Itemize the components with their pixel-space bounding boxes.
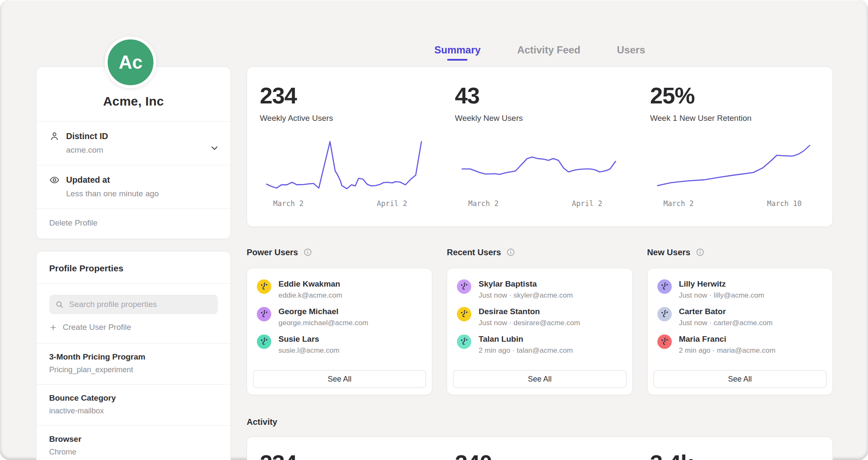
summary-stats-card: 234 Weekly Active Users March 2 April 2 …	[247, 67, 833, 227]
divider	[36, 283, 231, 284]
info-icon[interactable]	[506, 248, 515, 257]
recent-users-card: Skylar Baptista Just now · skyler@acme.c…	[447, 268, 632, 395]
property-label: Bounce Category	[49, 393, 218, 403]
user-row[interactable]: Carter Bator Just now · carter@acme.com	[654, 307, 826, 327]
person-icon	[49, 131, 60, 142]
user-subtext: Just now · lilly@acme.com	[679, 291, 764, 300]
activity-stat-value: 3.4k	[650, 450, 832, 460]
user-name: Talan Lubin	[479, 335, 573, 344]
activity-stat-value: 234	[260, 450, 442, 460]
profile-tabs: Summary Activity Feed Users	[247, 44, 833, 61]
x-axis-tick: March 2	[273, 199, 304, 208]
updated-at-label: Updated at	[66, 175, 110, 185]
stat-label: Weekly New Users	[455, 114, 622, 123]
x-axis-tick: April 2	[377, 199, 407, 208]
user-name: Maria Franci	[679, 335, 776, 344]
user-avatar	[657, 335, 672, 349]
user-row[interactable]: Talan Lubin 2 min ago · talan@acme.com	[453, 335, 626, 355]
delete-profile-button[interactable]: Delete Profile	[36, 209, 231, 239]
property-value: inactive-mailbox	[49, 407, 218, 415]
x-axis-tick: March 10	[767, 199, 802, 208]
tab-users[interactable]: Users	[617, 44, 645, 61]
info-icon[interactable]	[303, 248, 312, 257]
new-users-card: Lilly Herwitz Just now · lilly@acme.com …	[647, 268, 833, 395]
active-tab-underline	[447, 59, 467, 61]
new-users-section: New Users Lilly Herwitz Just now · lilly…	[647, 247, 833, 395]
distinct-id-row[interactable]: Distinct ID acme.com	[36, 121, 231, 165]
chevron-down-icon[interactable]	[209, 143, 220, 153]
user-subtext: susie.l@acme.com	[278, 346, 339, 355]
user-subtext: 2 min ago · maria@acme.com	[679, 346, 776, 355]
week1-retention-chart: March 2 March 10	[650, 135, 817, 210]
user-avatar	[257, 307, 271, 321]
distinct-id-value: acme.com	[66, 145, 218, 155]
search-input[interactable]	[68, 299, 212, 309]
search-icon	[55, 300, 64, 309]
user-avatar	[457, 307, 471, 321]
see-all-button[interactable]: See All	[453, 370, 626, 388]
user-name: Carter Bator	[679, 307, 773, 316]
power-users-section: Power Users Eddie Kwakman eddie.k@acme.c…	[247, 247, 432, 395]
property-row[interactable]: Browser Chrome	[36, 425, 231, 460]
plus-icon	[49, 323, 57, 332]
activity-card: 234 240 3.4k	[247, 437, 833, 460]
create-user-profile-label: Create User Profile	[63, 323, 131, 332]
user-avatar	[457, 335, 471, 349]
see-all-button[interactable]: See All	[253, 370, 426, 388]
property-value: Chrome	[49, 448, 218, 457]
distinct-id-label: Distinct ID	[66, 131, 108, 141]
user-avatar	[657, 307, 672, 321]
see-all-button[interactable]: See All	[654, 370, 826, 388]
user-name: Desirae Stanton	[479, 307, 580, 316]
user-subtext: Just now · desirare@acme.com	[479, 319, 580, 327]
user-row[interactable]: Eddie Kwakman eddie.k@acme.com	[253, 279, 426, 300]
stat-value: 234	[260, 82, 427, 109]
company-summary-card: Acme, Inc Distinct ID acme.com	[36, 67, 231, 239]
activity-title: Activity	[247, 417, 277, 427]
user-avatar	[257, 335, 271, 349]
profile-properties-search[interactable]	[49, 295, 218, 314]
user-name: Skylar Baptista	[479, 279, 573, 289]
stat-weekly-new-users: 43 Weekly New Users March 2 April 2	[442, 67, 637, 226]
tab-summary[interactable]: Summary	[434, 44, 481, 61]
user-avatar	[657, 279, 672, 294]
user-avatar	[457, 279, 471, 294]
property-row[interactable]: Bounce Category inactive-mailbox	[36, 384, 231, 425]
recent-users-title: Recent Users	[447, 248, 501, 257]
stat-weekly-active-users: 234 Weekly Active Users March 2 April 2	[247, 67, 442, 226]
activity-stat: 234	[247, 437, 442, 460]
company-profile-page: Ac Acme, Inc Distinct ID acme.com	[0, 0, 868, 460]
user-row[interactable]: George Michael george.michael@acme.com	[253, 307, 426, 327]
activity-stat: 240	[442, 437, 637, 460]
user-sections: Power Users Eddie Kwakman eddie.k@acme.c…	[247, 247, 833, 395]
user-name: Lilly Herwitz	[679, 279, 764, 289]
power-users-title: Power Users	[247, 248, 298, 257]
user-row[interactable]: Desirae Stanton Just now · desirare@acme…	[453, 307, 626, 327]
recent-users-section: Recent Users Skylar Baptista Just now · …	[447, 247, 632, 395]
user-name: Eddie Kwakman	[278, 279, 342, 289]
updated-at-value: Less than one minute ago	[66, 189, 218, 198]
x-axis-tick: March 2	[468, 199, 499, 208]
info-icon[interactable]	[696, 248, 705, 257]
profile-properties-title: Profile Properties	[36, 251, 231, 283]
stat-week1-retention: 25% Week 1 New User Retention March 2 Ma…	[637, 67, 832, 226]
user-row[interactable]: Skylar Baptista Just now · skyler@acme.c…	[453, 279, 626, 300]
property-row[interactable]: 3-Month Pricing Program Pricing_plan_exp…	[36, 343, 231, 384]
user-name: Susie Lars	[278, 335, 339, 344]
x-axis-tick: March 2	[663, 199, 694, 208]
user-subtext: Just now · skyler@acme.com	[479, 291, 573, 300]
x-axis-tick: April 2	[572, 199, 602, 208]
user-row[interactable]: Maria Franci 2 min ago · maria@acme.com	[654, 335, 826, 355]
stat-value: 25%	[650, 82, 817, 109]
activity-stat: 3.4k	[637, 437, 832, 460]
user-name: George Michael	[278, 307, 368, 316]
user-row[interactable]: Lilly Herwitz Just now · lilly@acme.com	[654, 279, 826, 300]
weekly-new-users-chart: March 2 April 2	[455, 135, 622, 210]
activity-stat-value: 240	[455, 450, 637, 460]
company-avatar: Ac	[105, 36, 156, 88]
tab-activity-feed[interactable]: Activity Feed	[517, 44, 580, 61]
user-row[interactable]: Susie Lars susie.l@acme.com	[253, 335, 426, 355]
create-user-profile-button[interactable]: Create User Profile	[49, 323, 218, 332]
user-avatar	[257, 279, 271, 294]
profile-properties-card: Profile Properties Create User Profile 3…	[36, 251, 231, 460]
